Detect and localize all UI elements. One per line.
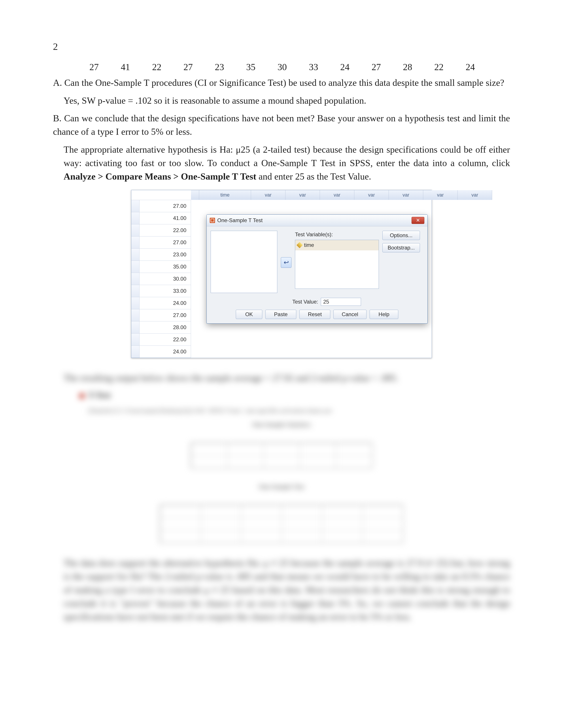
row-header[interactable] [131,249,139,261]
move-variable-button[interactable]: ↩ [281,257,292,268]
menu-path: Analyze > Compare Means > One-Sample T T… [64,171,256,182]
spreadsheet-row[interactable]: 24.00 [131,346,191,358]
spreadsheet-row[interactable]: 27.00 [131,309,191,321]
row-header[interactable] [131,321,139,333]
source-variable-list[interactable] [211,231,277,293]
dialog-title: One-Sample T Test [217,217,262,224]
col-header-var[interactable]: var [389,190,423,200]
spreadsheet-row[interactable]: 27.00 [131,200,191,212]
spreadsheet-row[interactable]: 24.00 [131,297,191,309]
row-header[interactable] [131,297,139,309]
test-table-caption: One-Sample Test [53,482,510,492]
cell-value[interactable]: 33.00 [139,285,191,297]
one-sample-statistics-table [190,443,373,469]
sample-value: 28 [402,60,413,74]
paste-button[interactable]: Paste [265,310,296,319]
row-header[interactable] [131,273,139,285]
output-dataset-path: [DataSet1] C:\Users\name\Desktop\Q2.SAV … [88,406,510,415]
variable-icon [297,242,303,248]
cancel-button[interactable]: Cancel [334,310,367,319]
col-header-var[interactable]: var [354,190,389,200]
one-sample-test-table [160,505,403,543]
row-header[interactable] [131,212,139,224]
cell-value[interactable]: 35.00 [139,261,191,273]
col-header-var[interactable]: var [286,190,320,200]
spreadsheet-row[interactable]: 28.00 [131,321,191,334]
spreadsheet-row[interactable]: 22.00 [131,334,191,346]
ok-button[interactable]: OK [236,310,262,319]
question-b-pre: The appropriate alternative hypothesis i… [64,144,510,168]
sample-value: 35 [245,60,256,74]
bootstrap-button[interactable]: Bootstrap... [383,243,420,252]
conclusion-paragraph: The data does support the alternative hy… [64,556,510,623]
rowhead-blank [191,190,199,200]
row-header[interactable] [131,224,139,236]
test-variable-item[interactable]: time [295,240,379,250]
one-sample-t-test-dialog: One-Sample T Test ✕ ↩ Test Variable(s): … [206,214,428,324]
cell-value[interactable]: 27.00 [139,309,191,321]
cell-value[interactable]: 28.00 [139,321,191,333]
question-b-post: and enter 25 as the Test Value. [256,171,371,182]
sample-value: 27 [182,60,194,74]
dialog-titlebar[interactable]: One-Sample T Test ✕ [207,215,428,226]
cell-value[interactable]: 23.00 [139,249,191,261]
sample-data-row: 27412227233530332427282224 [88,60,510,74]
cell-value[interactable]: 24.00 [139,346,191,358]
sample-value: 24 [465,60,476,74]
sample-value: 24 [339,60,351,74]
app-icon [210,218,215,223]
help-button[interactable]: Help [370,310,398,319]
row-header[interactable] [131,346,139,358]
question-b-paragraph: The appropriate alternative hypothesis i… [64,143,510,183]
options-button[interactable]: Options... [383,231,420,240]
sample-value: 23 [214,60,225,74]
question-a-answer: Yes, SW p-value = .102 so it is reasonab… [64,94,510,107]
test-variables-list[interactable]: time [295,240,379,289]
output-heading: T-Test [79,389,510,401]
row-header[interactable] [131,236,139,248]
spreadsheet-header-row: time var var var var var var var [191,190,432,200]
reset-button[interactable]: Reset [300,310,330,319]
spreadsheet-column: 27.0041.0022.0027.0023.0035.0030.0033.00… [131,190,191,358]
spreadsheet-row[interactable]: 41.00 [131,212,191,224]
spreadsheet-row[interactable]: 22.00 [131,224,191,236]
sample-value: 22 [433,60,445,74]
close-icon[interactable]: ✕ [412,217,424,224]
sample-value: 27 [371,60,382,74]
cell-value[interactable]: 41.00 [139,212,191,224]
row-header[interactable] [131,200,139,212]
row-header[interactable] [131,309,139,321]
question-b-prompt: B. Can we conclude that the design speci… [53,112,510,139]
locked-content: The resulting output below shows the sam… [53,371,510,624]
cell-value[interactable]: 27.00 [139,200,191,212]
spreadsheet-row[interactable]: 23.00 [131,249,191,261]
col-header-time[interactable]: time [199,190,251,200]
row-header[interactable] [131,261,139,273]
page-number: 2 [53,40,510,54]
cell-value[interactable]: 24.00 [139,297,191,309]
col-header-var[interactable]: var [423,190,458,200]
cell-value[interactable]: 27.00 [139,236,191,248]
row-header[interactable] [131,285,139,297]
spreadsheet-row[interactable]: 33.00 [131,285,191,297]
cell-value[interactable]: 30.00 [139,273,191,285]
row-header[interactable] [131,334,139,345]
spreadsheet-row[interactable]: 30.00 [131,273,191,285]
spreadsheet-row[interactable]: 27.00 [131,236,191,249]
output-summary-line: The resulting output below shows the sam… [64,371,510,385]
col-header-var[interactable]: var [320,190,354,200]
test-value-label: Test Value: [292,298,318,306]
question-a-prompt: A. Can the One-Sample T procedures (CI o… [53,76,510,90]
test-value-input[interactable]: 25 [321,298,361,306]
stats-table-caption: One-Sample Statistics [53,420,510,429]
sample-value: 33 [308,60,319,74]
col-header-var[interactable]: var [458,190,492,200]
cell-value[interactable]: 22.00 [139,224,191,236]
cell-value[interactable]: 22.00 [139,334,191,345]
test-variables-label: Test Variable(s): [295,231,379,238]
sample-value: 27 [88,60,100,74]
col-header-var[interactable]: var [251,190,286,200]
spreadsheet-row[interactable]: 35.00 [131,261,191,273]
sample-value: 30 [276,60,288,74]
sample-value: 22 [151,60,162,74]
